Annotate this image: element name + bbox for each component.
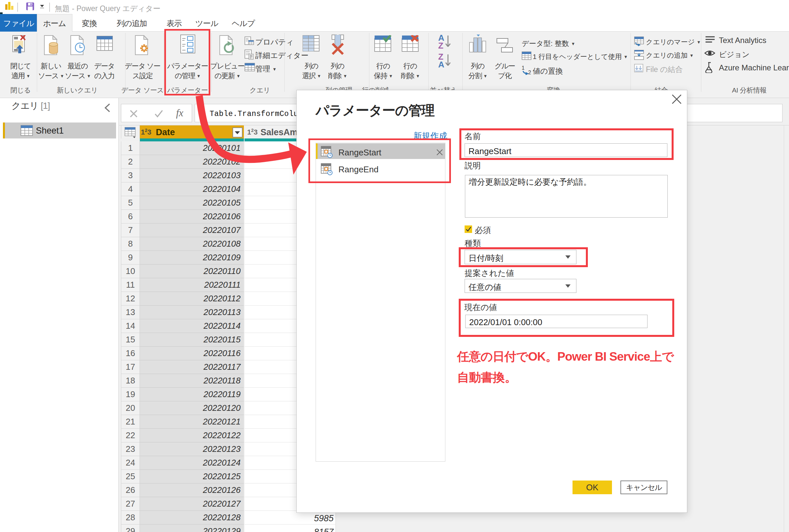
svg-text:1: 1 [522,65,525,71]
svg-text:Z: Z [438,41,443,51]
svg-text:2: 2 [528,70,531,75]
svg-text:A: A [438,60,444,68]
